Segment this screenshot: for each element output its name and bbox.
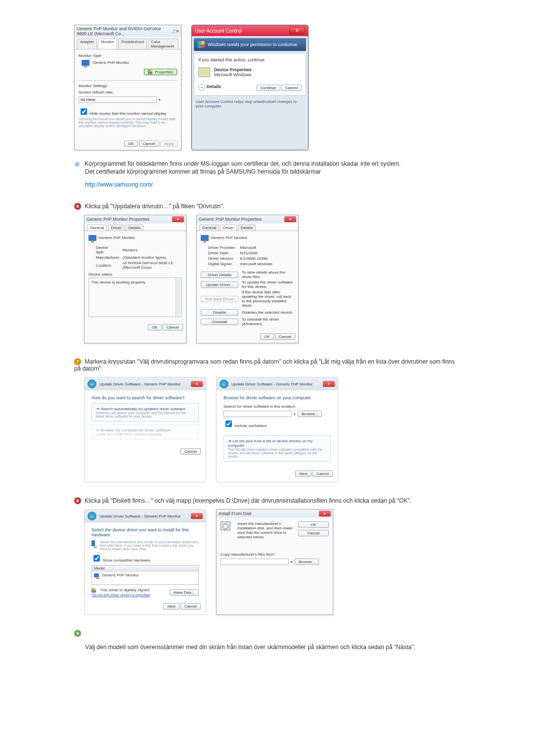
uac-footer-text: User Account Control helps stop unauthor…	[192, 97, 308, 112]
step7-text: Markera kryssrutan "Välj drivrutinsprogr…	[74, 358, 455, 372]
program-icon	[198, 67, 210, 77]
tab-details[interactable]: Details	[126, 225, 143, 231]
ok-button[interactable]: OK	[148, 324, 162, 331]
scrollbar[interactable]	[176, 279, 181, 316]
cancel-button[interactable]: Cancel	[298, 530, 329, 536]
step-badge-8: 8	[74, 497, 81, 504]
close-icon[interactable]: ×	[284, 216, 296, 222]
show-compatible-label: Show compatible hardware	[102, 558, 150, 563]
cancel-button[interactable]: Cancel	[139, 141, 159, 147]
tab-color-management[interactable]: Color Management	[148, 39, 178, 49]
cancel-button[interactable]: Cancel	[275, 333, 295, 340]
include-subfolders-checkbox[interactable]	[225, 421, 232, 427]
cancel-button[interactable]: Cancel	[180, 448, 201, 455]
search-location-label: Search for driver software in this locat…	[223, 404, 331, 409]
browse-button[interactable]: Browse...	[295, 559, 319, 565]
show-compatible-checkbox[interactable]	[93, 555, 100, 562]
uac-program-name: Device Properties	[214, 67, 252, 72]
update-wizard-browse: ← Update Driver Software - Generic PnP M…	[216, 377, 338, 482]
tab-driver[interactable]: Driver	[220, 225, 236, 231]
ok-button[interactable]: OK	[124, 141, 138, 147]
samsung-url[interactable]: http://www.samsung.com/	[85, 181, 460, 188]
tabs: Adapter Monitor Troubleshoot Color Manag…	[75, 37, 181, 49]
search-location-input[interactable]	[223, 411, 292, 417]
tab-adapter[interactable]: Adapter	[77, 39, 97, 49]
back-icon[interactable]: ←	[88, 379, 96, 388]
value-date: 6/21/2006	[240, 250, 273, 256]
refresh-rate-label: Screen refresh rate:	[79, 90, 177, 94]
value-provider: Microsoft	[240, 245, 273, 250]
wizard-heading: Browse for driver software on your compu…	[223, 395, 331, 400]
properties-button[interactable]: Properties	[144, 69, 177, 75]
cancel-button[interactable]: Cancel	[163, 324, 183, 331]
close-icon[interactable]: ×	[323, 381, 335, 387]
window-title: Generic PnP Monitor Properties	[87, 217, 149, 222]
browse-button[interactable]: Browse...	[298, 411, 322, 417]
back-icon[interactable]: ←	[88, 512, 96, 520]
value-manufacturer: (Standard monitor types)	[122, 255, 182, 260]
wizard-title: Update Driver Software - Generic PnP Mon…	[99, 514, 180, 519]
section-monitor-type-label: Monitor Type	[79, 53, 177, 58]
close-icon[interactable]: ×	[191, 513, 203, 519]
step8-text: Klicka på "Diskett finns…" och välj mapp…	[85, 497, 411, 504]
option-pick-from-list[interactable]: Let me pick from a list of device driver…	[223, 435, 331, 462]
update-wizard-search: ← Update Driver Software - Generic PnP M…	[84, 377, 206, 482]
shield-icon	[91, 588, 96, 593]
copy-from-input[interactable]	[221, 559, 289, 565]
update-driver-desc: To update the driver software for this d…	[241, 280, 294, 289]
pnp-properties-driver: Generic PnP Monitor Properties × General…	[196, 215, 299, 343]
install-disk-message: Insert the manufacturer's installation d…	[237, 521, 294, 539]
chevron-down-icon[interactable]: ⌄	[198, 84, 205, 91]
refresh-rate-select[interactable]	[79, 96, 157, 103]
disable-button[interactable]: Disable	[201, 309, 238, 316]
wizard-title: Update Driver Software - Generic PnP Mon…	[99, 382, 180, 386]
tab-general[interactable]: General	[87, 225, 107, 231]
update-wizard-select-driver: ← Update Driver Software - Generic PnP M…	[84, 509, 206, 614]
uac-started-text: If you started this action, continue.	[198, 57, 302, 62]
chevron-down-icon[interactable]: ▾	[159, 98, 161, 102]
install-from-disk-window: Install From Disk × Insert the manufactu…	[216, 509, 333, 614]
ok-button[interactable]: OK	[298, 521, 329, 528]
next-button[interactable]: Next	[163, 603, 179, 610]
shield-icon	[198, 41, 205, 48]
tab-details[interactable]: Details	[238, 225, 256, 231]
back-icon[interactable]: ←	[220, 379, 228, 388]
close-icon[interactable]: ×	[319, 511, 331, 517]
note-marker-icon: ※	[74, 160, 80, 168]
close-icon[interactable]: ×	[191, 381, 203, 387]
why-signing-link[interactable]: Tell me why driver signing is important	[91, 593, 150, 597]
cancel-button[interactable]: Cancel	[180, 603, 201, 610]
window-title: Generic PnP Monitor and NVIDIA GeForce 6…	[77, 26, 171, 36]
copy-from-label: Copy manufacturer's files from:	[221, 552, 329, 557]
tab-general[interactable]: General	[199, 225, 219, 231]
close-icon[interactable]: ×	[289, 27, 305, 35]
driver-details-button[interactable]: Driver Details	[201, 272, 238, 278]
step6-text: Klicka på "Uppdatera drivrutin…" på flik…	[85, 203, 224, 210]
tab-troubleshoot[interactable]: Troubleshoot	[118, 39, 147, 49]
cancel-button[interactable]: Cancel	[281, 85, 302, 91]
next-button[interactable]: Next	[295, 471, 311, 477]
tab-driver[interactable]: Driver	[108, 225, 124, 231]
uac-headline: Windows needs your permission to contion…	[194, 38, 306, 51]
have-disk-button[interactable]: Have Disk...	[170, 589, 199, 596]
monitor-icon	[94, 573, 99, 577]
tab-monitor[interactable]: Monitor	[98, 39, 117, 49]
close-icon[interactable]: _□×	[171, 29, 179, 34]
device-name: Generic PnP Monitor	[211, 236, 247, 240]
update-driver-button[interactable]: Update Driver...	[201, 282, 238, 288]
close-icon[interactable]: ×	[172, 216, 184, 222]
model-header: Model	[92, 566, 198, 571]
monitor-icon	[89, 235, 96, 241]
cancel-button[interactable]: Cancel	[312, 471, 333, 477]
option-browse-computer[interactable]: Browse my computer for driver software L…	[91, 425, 199, 439]
uninstall-button[interactable]: Uninstall	[201, 319, 238, 325]
ok-button[interactable]: OK	[260, 333, 274, 340]
hide-modes-checkbox[interactable]	[81, 108, 87, 115]
option-search-auto[interactable]: Search automatically for updated driver …	[91, 403, 199, 422]
details-toggle[interactable]: Details	[207, 84, 222, 89]
continue-button[interactable]: Continue	[257, 85, 280, 91]
chevron-down-icon[interactable]: ▾	[291, 560, 293, 564]
chevron-down-icon[interactable]: ▾	[294, 412, 296, 416]
wizard-heading: Select the device driver you want to ins…	[91, 527, 199, 537]
list-item[interactable]: Generic PnP Monitor	[102, 573, 138, 577]
